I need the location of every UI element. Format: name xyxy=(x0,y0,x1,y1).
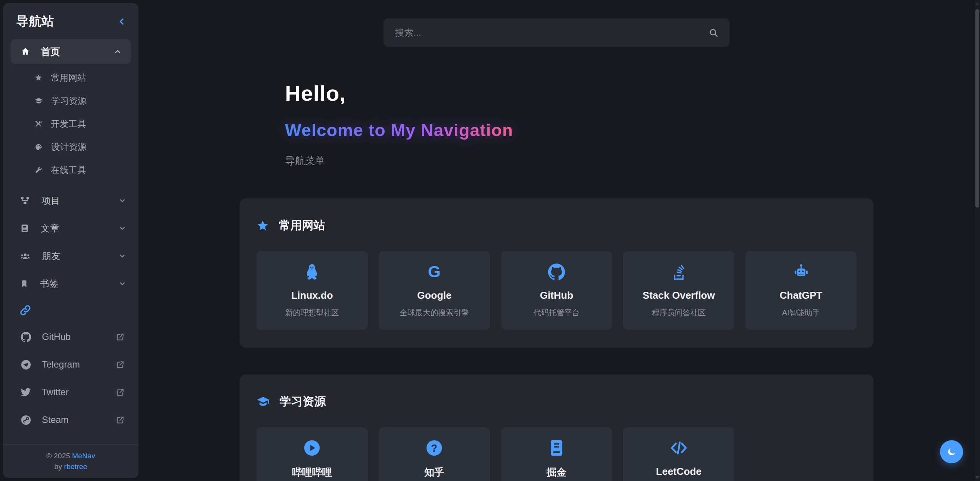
main-content: Hello, Welcome to My Navigation 导航菜单 常用网… xyxy=(138,0,975,481)
chevron-down-icon xyxy=(118,252,126,260)
scrollbar-thumb[interactable] xyxy=(975,9,979,208)
site-card-google[interactable]: G Google 全球最大的搜索引擎 xyxy=(379,251,490,330)
site-name: ChatGPT xyxy=(780,290,822,301)
scroll-down-arrow[interactable] xyxy=(975,476,979,479)
sidebar-item-label: 设计资源 xyxy=(51,141,87,153)
journal-icon xyxy=(548,439,565,457)
site-name: 哔哩哔哩 xyxy=(292,466,332,479)
sidebar-item-label: 朋友 xyxy=(42,250,118,262)
external-link-icon xyxy=(116,333,125,341)
chevron-up-icon xyxy=(114,48,122,55)
social-link-label: Telegram xyxy=(42,359,116,370)
site-desc: 全球最大的搜索引擎 xyxy=(400,308,469,318)
search-bar xyxy=(383,18,730,47)
site-card-leetcode[interactable]: LeetCode xyxy=(623,427,734,481)
site-card-zhihu[interactable]: ? 知乎 xyxy=(379,427,490,481)
sidebar-item-home[interactable]: 首页 xyxy=(11,39,131,64)
search-input[interactable] xyxy=(383,18,730,47)
play-circle-icon xyxy=(303,439,321,457)
question-circle-icon: ? xyxy=(425,439,443,457)
google-g-icon: G xyxy=(428,263,441,281)
moon-icon xyxy=(947,447,957,457)
site-name: Stack Overflow xyxy=(643,290,715,301)
sidebar-link-twitter[interactable]: Twitter xyxy=(3,378,138,406)
chevron-down-icon xyxy=(118,225,126,232)
github-icon xyxy=(548,263,565,281)
site-card-bilibili[interactable]: 哔哩哔哩 xyxy=(257,427,368,481)
scrollbar[interactable] xyxy=(975,0,980,481)
users-icon xyxy=(20,251,30,261)
site-card-juejin[interactable]: 掘金 xyxy=(501,427,612,481)
sidebar-link-github[interactable]: GitHub xyxy=(3,323,138,351)
sidebar-item-design[interactable]: 设计资源 xyxy=(3,135,138,158)
social-link-label: Steam xyxy=(42,414,116,425)
site-desc: 新的理想型社区 xyxy=(285,308,339,318)
sidebar-item-bookmarks[interactable]: 书签 xyxy=(3,270,138,298)
section-common-sites: 常用网站 Linux.do 新的理想型社区 G Google 全球最大的搜索引擎 xyxy=(240,198,873,348)
steam-icon xyxy=(21,415,31,425)
sidebar-item-learning[interactable]: 学习资源 xyxy=(3,89,138,112)
site-name: Linux.do xyxy=(291,290,333,301)
linux-tux-icon xyxy=(304,263,320,281)
site-name: 知乎 xyxy=(424,466,444,479)
site-name: LeetCode xyxy=(656,466,702,478)
sidebar-link-telegram[interactable]: Telegram xyxy=(3,351,138,378)
palette-icon xyxy=(35,143,43,151)
site-name: Google xyxy=(417,290,452,301)
section-title: 常用网站 xyxy=(279,218,325,233)
sidebar-item-label: 常用网站 xyxy=(51,72,86,84)
journal-icon xyxy=(20,224,29,233)
chevron-down-icon xyxy=(118,280,126,288)
site-card-linuxdo[interactable]: Linux.do 新的理想型社区 xyxy=(257,251,368,330)
sidebar-item-label: 项目 xyxy=(42,195,118,207)
robot-icon xyxy=(792,263,810,281)
star-icon xyxy=(35,74,42,82)
external-link-icon xyxy=(116,416,125,424)
sidebar-item-articles[interactable]: 文章 xyxy=(3,215,138,242)
sidebar-collapse-button[interactable] xyxy=(116,16,128,27)
site-name: GitHub xyxy=(540,290,573,301)
site-desc: 程序员问答社区 xyxy=(652,308,706,318)
scroll-up-arrow[interactable] xyxy=(975,2,979,5)
site-card-stackoverflow[interactable]: Stack Overflow 程序员问答社区 xyxy=(623,251,734,330)
site-title: 导航站 xyxy=(16,13,54,30)
sidebar-item-online-tools[interactable]: 在线工具 xyxy=(3,158,138,181)
telegram-icon xyxy=(21,360,31,370)
section-learning-resources: 学习资源 哔哩哔哩 ? 知乎 xyxy=(240,374,873,481)
sidebar-item-projects[interactable]: 项目 xyxy=(3,187,138,215)
stack-overflow-icon xyxy=(671,263,687,281)
bookmark-icon xyxy=(20,280,28,288)
sidebar-link-steam[interactable]: Steam xyxy=(3,406,138,434)
sidebar-quick-link[interactable] xyxy=(3,298,138,323)
hero: Hello, Welcome to My Navigation 导航菜单 xyxy=(285,81,873,168)
hero-greeting: Hello, xyxy=(285,81,873,106)
sidebar-item-common-sites[interactable]: 常用网站 xyxy=(3,66,138,89)
sidebar-footer: © 2025 MeNav by rbetree xyxy=(3,444,138,478)
hero-welcome: Welcome to My Navigation xyxy=(285,120,513,140)
site-name: 掘金 xyxy=(547,466,567,479)
site-card-chatgpt[interactable]: ChatGPT AI智能助手 xyxy=(745,251,857,330)
graduation-cap-icon xyxy=(257,395,270,408)
author-link[interactable]: rbetree xyxy=(64,463,87,471)
project-diagram-icon xyxy=(20,196,30,206)
site-desc: 代码托管平台 xyxy=(533,308,580,318)
section-title: 学习资源 xyxy=(280,394,326,409)
home-icon xyxy=(21,47,30,56)
social-link-label: Twitter xyxy=(42,387,116,398)
copyright-text: © 2025 xyxy=(46,452,72,460)
twitter-icon xyxy=(21,387,31,397)
code-icon xyxy=(669,439,688,457)
github-icon xyxy=(21,332,31,342)
sidebar-subnav: 常用网站 学习资源 开发工具 设计资源 在线工具 xyxy=(3,64,138,183)
svg-text:?: ? xyxy=(431,443,437,454)
wrench-icon xyxy=(35,166,42,174)
menav-link[interactable]: MeNav xyxy=(72,452,95,460)
sidebar-item-dev-tools[interactable]: 开发工具 xyxy=(3,112,138,135)
theme-toggle-button[interactable] xyxy=(940,440,963,463)
sidebar-item-label: 书签 xyxy=(40,278,118,290)
search-icon[interactable] xyxy=(708,28,719,38)
sidebar-item-friends[interactable]: 朋友 xyxy=(3,242,138,270)
sidebar-item-label: 首页 xyxy=(41,45,114,58)
link-chain-icon xyxy=(19,304,32,316)
site-card-github[interactable]: GitHub 代码托管平台 xyxy=(501,251,612,330)
